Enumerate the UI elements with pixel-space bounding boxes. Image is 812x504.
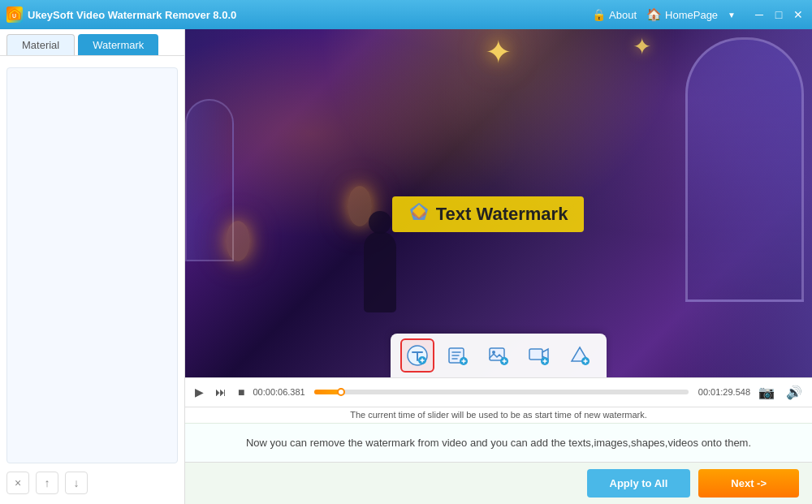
info-text: The current time of slider will be used … <box>350 410 647 420</box>
title-bar-left: U UkeySoft Video Watermark Remover 8.0.0 <box>6 6 236 23</box>
main-layout: Material Watermark × ↑ ↓ <box>0 29 812 504</box>
lock-icon: 🔒 <box>592 8 606 21</box>
player-controls-bar: ▶ ⏭ ■ 00:00:06.381 00:01:29.548 📷 🔊 <box>185 377 812 407</box>
sidebar-tabs: Material Watermark <box>0 29 184 56</box>
minimize-button[interactable]: ─ <box>752 7 767 22</box>
dropdown-arrow-icon[interactable]: ▼ <box>728 11 736 19</box>
chandelier-center <box>417 29 580 127</box>
add-text-watermark-button[interactable] <box>400 338 434 373</box>
close-button[interactable]: ✕ <box>791 7 806 22</box>
wall-light-1 <box>226 221 250 261</box>
video-player: Text Watermark <box>185 29 812 377</box>
add-shape-button[interactable] <box>563 338 597 373</box>
chandelier-right <box>593 29 690 94</box>
svg-text:U: U <box>12 13 16 19</box>
title-bar-right: 🔒 About 🏠 HomePage ▼ ─ □ ✕ <box>592 7 806 22</box>
tab-watermark[interactable]: Watermark <box>78 34 158 55</box>
watermark-toolbar <box>391 334 607 377</box>
about-button[interactable]: 🔒 About <box>592 8 637 21</box>
video-background: Text Watermark <box>185 29 812 377</box>
add-image-watermark-button[interactable] <box>482 338 516 373</box>
homepage-label: HomePage <box>665 9 718 21</box>
watermark-text-label: Text Watermark <box>436 204 568 225</box>
app-icon: U <box>6 6 23 23</box>
window-controls: ─ □ ✕ <box>752 7 806 22</box>
maximize-button[interactable]: □ <box>771 7 786 22</box>
content-area: Text Watermark <box>185 29 812 504</box>
screenshot-button[interactable]: 📷 <box>755 383 778 402</box>
sidebar-content-area <box>6 67 178 463</box>
svg-rect-14 <box>529 349 542 360</box>
move-up-button[interactable]: ↑ <box>36 472 58 494</box>
move-down-button[interactable]: ↓ <box>65 472 88 494</box>
step-forward-button[interactable]: ⏭ <box>212 384 230 400</box>
sidebar: Material Watermark × ↑ ↓ <box>0 29 185 504</box>
apply-to-all-button[interactable]: Apply to All <box>587 469 691 498</box>
tab-material[interactable]: Material <box>6 34 75 55</box>
add-text-button[interactable] <box>441 338 475 373</box>
delete-item-button[interactable]: × <box>6 472 29 494</box>
add-video-watermark-button[interactable] <box>522 338 556 373</box>
next-button[interactable]: Next -> <box>698 469 799 498</box>
time-total: 00:01:29.548 <box>693 387 750 397</box>
description-area: Now you can remove the watermark from vi… <box>185 423 812 463</box>
volume-button[interactable]: 🔊 <box>783 383 806 402</box>
time-current: 00:00:06.381 <box>253 387 309 397</box>
sidebar-actions: × ↑ ↓ <box>6 468 178 498</box>
about-label: About <box>609 9 637 21</box>
info-bar: The current time of slider will be used … <box>185 407 812 423</box>
progress-thumb[interactable] <box>337 388 345 396</box>
home-icon: 🏠 <box>646 7 662 22</box>
character-silhouette <box>364 231 396 312</box>
homepage-button[interactable]: 🏠 HomePage <box>646 7 718 22</box>
watermark-brand-icon <box>408 201 430 227</box>
stop-button[interactable]: ■ <box>235 384 248 400</box>
watermark-label-overlay[interactable]: Text Watermark <box>392 196 585 232</box>
bottom-action-bar: Apply to All Next -> <box>185 462 812 504</box>
title-bar: U UkeySoft Video Watermark Remover 8.0.0… <box>0 0 812 29</box>
play-button[interactable]: ▶ <box>192 384 207 400</box>
progress-bar[interactable] <box>314 390 689 394</box>
app-title: UkeySoft Video Watermark Remover 8.0.0 <box>28 9 236 21</box>
description-text: Now you can remove the watermark from vi… <box>246 437 751 449</box>
